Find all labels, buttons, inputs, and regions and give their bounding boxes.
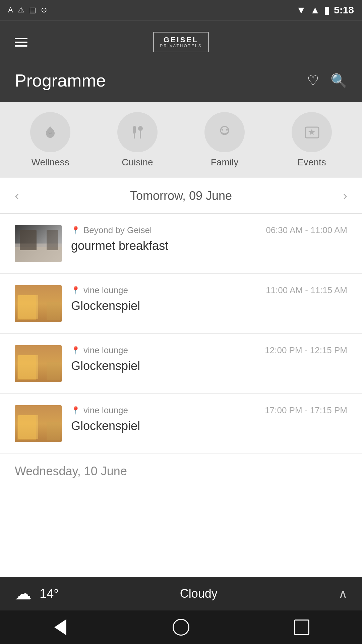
event-details: 📍 Beyond by Geisel 06:30 AM - 11:00 AM g… [71, 225, 347, 253]
recents-button[interactable] [292, 617, 312, 637]
logo-top-text: GEISEL [164, 36, 199, 44]
event-title: gourmet breakfast [71, 239, 347, 253]
event-thumbnail [15, 285, 62, 322]
app-logo: GEISEL PRIVATHOTELS [153, 32, 209, 52]
event-time: 17:00 PM - 17:15 PM [265, 405, 347, 416]
date-navigation: ‹ Tomorrow, 09 June › [0, 178, 362, 214]
category-cuisine[interactable]: Cuisine [117, 112, 158, 168]
home-button[interactable] [171, 617, 191, 637]
location-pin-icon: 📍 [71, 346, 80, 355]
hamburger-menu[interactable] [15, 38, 27, 47]
event-time: 11:00 AM - 11:15 AM [266, 285, 347, 296]
event-time: 12:00 PM - 12:15 PM [265, 345, 347, 356]
next-date-section: Wednesday, 10 June [0, 454, 362, 485]
event-location: 📍 Beyond by Geisel [71, 225, 152, 235]
event-location-row: 📍 vine lounge 11:00 AM - 11:15 AM [71, 285, 347, 296]
event-title: Glockenspiel [71, 299, 347, 313]
location-pin-icon: 📍 [71, 406, 80, 415]
event-item[interactable]: 📍 vine lounge 17:00 PM - 17:15 PM Glocke… [0, 394, 362, 454]
family-label: Family [211, 157, 238, 168]
page-header: Programme ♡ 🔍 [0, 64, 362, 102]
signal-icon: ▲ [310, 4, 320, 16]
category-tabs: Wellness Cuisine Family [0, 102, 362, 178]
weather-expand-icon[interactable]: ∧ [339, 587, 347, 601]
event-thumbnail [15, 225, 62, 262]
event-list: 📍 Beyond by Geisel 06:30 AM - 11:00 AM g… [0, 214, 362, 577]
favorites-icon[interactable]: ♡ [307, 73, 319, 88]
status-icon-warning: ⚠ [18, 6, 24, 14]
back-icon [54, 619, 66, 635]
events-circle [292, 112, 332, 152]
event-location-row: 📍 Beyond by Geisel 06:30 AM - 11:00 AM [71, 225, 347, 235]
prev-date-arrow[interactable]: ‹ [15, 188, 19, 203]
wellness-circle [30, 112, 70, 152]
svg-marker-7 [308, 129, 315, 135]
location-name: vine lounge [83, 405, 128, 416]
location-pin-icon: 📍 [71, 226, 80, 235]
cuisine-circle [117, 112, 158, 152]
next-date-title: Wednesday, 10 June [15, 464, 127, 478]
header-actions: ♡ 🔍 [307, 73, 347, 89]
status-time: 5:18 [334, 4, 354, 16]
svg-point-4 [221, 129, 223, 130]
event-details: 📍 vine lounge 17:00 PM - 17:15 PM Glocke… [71, 405, 347, 433]
search-icon[interactable]: 🔍 [330, 73, 347, 89]
weather-bar: ☁ 14° Cloudy ∧ [0, 577, 362, 610]
status-right: ▼ ▲ ▮ 5:18 [296, 4, 354, 16]
status-icon-record: ⊙ [41, 6, 47, 14]
weather-cloud-icon: ☁ [15, 584, 32, 603]
wifi-icon: ▼ [296, 4, 306, 16]
location-pin-icon: 📍 [71, 286, 80, 295]
event-item[interactable]: 📍 vine lounge 11:00 AM - 11:15 AM Glocke… [0, 274, 362, 334]
bottom-navigation [0, 610, 362, 644]
event-thumbnail [15, 345, 62, 382]
top-navigation: GEISEL PRIVATHOTELS [0, 20, 362, 64]
event-details: 📍 vine lounge 11:00 AM - 11:15 AM Glocke… [71, 285, 347, 313]
event-time: 06:30 AM - 11:00 AM [266, 225, 347, 235]
status-icon-sim: ▤ [29, 6, 36, 14]
status-icons-left: A ⚠ ▤ ⊙ [8, 6, 47, 14]
status-icon-a: A [8, 6, 13, 14]
page-title: Programme [15, 70, 106, 91]
event-location: 📍 vine lounge [71, 405, 128, 416]
event-title: Glockenspiel [71, 359, 347, 373]
location-name: vine lounge [83, 285, 128, 296]
wellness-label: Wellness [31, 157, 69, 168]
next-date-arrow[interactable]: › [343, 188, 347, 203]
event-details: 📍 vine lounge 12:00 PM - 12:15 PM Glocke… [71, 345, 347, 373]
svg-point-5 [226, 129, 228, 130]
current-date: Tomorrow, 09 June [130, 189, 232, 203]
recents-icon [294, 620, 309, 635]
event-location: 📍 vine lounge [71, 285, 128, 296]
cuisine-label: Cuisine [122, 157, 153, 168]
event-thumbnail [15, 405, 62, 442]
svg-point-2 [138, 126, 143, 131]
weather-temperature: 14° [40, 587, 59, 601]
event-location-row: 📍 vine lounge 12:00 PM - 12:15 PM [71, 345, 347, 356]
event-item[interactable]: 📍 Beyond by Geisel 06:30 AM - 11:00 AM g… [0, 214, 362, 274]
status-bar: A ⚠ ▤ ⊙ ▼ ▲ ▮ 5:18 [0, 0, 362, 20]
event-location: 📍 vine lounge [71, 345, 128, 356]
event-item[interactable]: 📍 vine lounge 12:00 PM - 12:15 PM Glocke… [0, 334, 362, 394]
category-wellness[interactable]: Wellness [30, 112, 70, 168]
location-name: Beyond by Geisel [83, 225, 152, 235]
back-button[interactable] [50, 617, 70, 637]
family-circle [204, 112, 245, 152]
event-location-row: 📍 vine lounge 17:00 PM - 17:15 PM [71, 405, 347, 416]
category-family[interactable]: Family [204, 112, 245, 168]
location-name: vine lounge [83, 345, 128, 356]
events-label: Events [297, 157, 326, 168]
event-title: Glockenspiel [71, 419, 347, 433]
home-icon [173, 619, 189, 636]
logo-bottom-text: PRIVATHOTELS [160, 44, 202, 48]
category-events[interactable]: Events [292, 112, 332, 168]
battery-icon: ▮ [324, 4, 330, 16]
weather-condition: Cloudy [67, 587, 330, 601]
